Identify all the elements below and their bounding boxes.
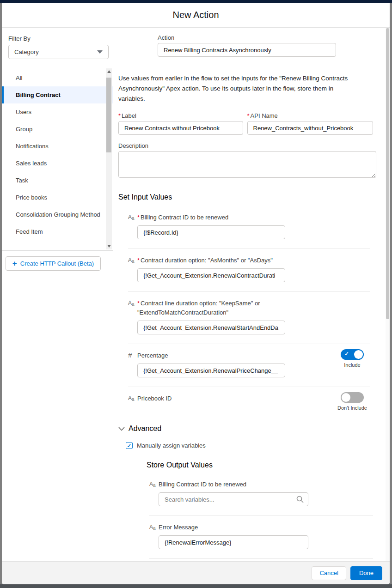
input-row-label: Percentage <box>137 351 336 360</box>
input-row-contract-line-duration: Aa *Contract line duration option: "Keep… <box>128 292 370 344</box>
api-name-input[interactable] <box>247 121 373 135</box>
sidebar-item-consolidation-grouping-method[interactable]: Consolidation Grouping Method <box>2 206 113 223</box>
required-marker: * <box>247 112 250 119</box>
page-title: New Action <box>172 10 219 20</box>
text-type-icon: Aa <box>128 300 136 307</box>
sidebar-scrollbar-thumb[interactable] <box>106 78 111 152</box>
input-row-billing-contract-id: Aa *Billing Contract ID to be renewed <box>128 206 370 249</box>
label-field-label: *Label <box>118 112 243 119</box>
checkbox-checked-icon[interactable]: ✓ <box>126 442 133 449</box>
text-type-icon: Aa <box>128 257 136 264</box>
main-scrollbar-thumb[interactable] <box>386 28 389 319</box>
contract-duration-input[interactable] <box>137 268 285 282</box>
create-http-callout-label: Create HTTP Callout (Beta) <box>20 260 94 267</box>
modal-footer: Cancel Done <box>2 561 390 584</box>
toggle-label: Include <box>335 362 369 368</box>
sidebar-item-notifications[interactable]: Notifications <box>2 138 113 155</box>
action-field-label: Action <box>158 34 336 41</box>
category-dropdown-value: Category <box>14 48 39 55</box>
filter-by-label: Filter By <box>8 35 113 42</box>
text-type-icon: Aa <box>128 395 136 402</box>
sidebar-item-sales-leads[interactable]: Sales leads <box>2 155 113 172</box>
input-row-label: *Billing Contract ID to be renewed <box>137 213 336 222</box>
create-http-callout-button[interactable]: + Create HTTP Callout (Beta) <box>6 256 101 271</box>
include-toggle[interactable]: ✓ <box>341 349 364 360</box>
cancel-button[interactable]: Cancel <box>312 566 346 580</box>
advanced-heading: Advanced <box>129 424 161 433</box>
billing-contract-id-input[interactable] <box>137 225 285 239</box>
sidebar-item-all[interactable]: All <box>2 69 113 86</box>
sidebar-item-billing-contract[interactable]: Billing Contract <box>2 86 113 103</box>
category-filter-dropdown[interactable]: Category <box>8 45 109 59</box>
sidebar-item-task[interactable]: Task <box>2 172 113 189</box>
text-type-icon: Aa <box>149 481 158 488</box>
description-textarea[interactable] <box>118 151 376 178</box>
sidebar-item-group[interactable]: Group <box>2 121 113 138</box>
sidebar-item-users[interactable]: Users <box>2 103 113 121</box>
checkbox-label: Manually assign variables <box>137 442 206 449</box>
search-variables-input[interactable] <box>159 492 308 506</box>
error-message-input[interactable] <box>159 535 308 549</box>
set-input-values-heading: Set Input Values <box>118 193 373 201</box>
dont-include-toggle[interactable] <box>341 392 364 403</box>
output-row-error-message: Aa Error Message <box>149 516 373 559</box>
sidebar-item-price-books[interactable]: Price books <box>2 189 113 206</box>
category-list: All Billing Contract Users Group Notific… <box>2 67 113 251</box>
input-row-label: *Contract line duration option: "KeepSam… <box>137 299 336 317</box>
input-row-percentage: # Percentage ✓ Include <box>128 344 370 387</box>
sidebar-scrollbar[interactable] <box>106 68 112 249</box>
intro-text: Use values from earlier in the flow to s… <box>118 73 360 104</box>
output-row-billing-contract-id: Aa Billing Contract ID to be renewed <box>149 473 373 516</box>
output-row-has-errors: Has Errors <box>149 559 373 561</box>
input-row-label: *Contract duration option: "AsMonths" or… <box>137 256 336 265</box>
output-row-label: Error Message <box>159 523 357 532</box>
category-sidebar: Filter By Category All Billing Contract … <box>2 28 113 561</box>
input-row-pricebook-id: Aa Pricebook ID Don't Include <box>128 387 370 412</box>
input-row-label: Pricebook ID <box>137 394 336 403</box>
scroll-up-icon[interactable] <box>106 68 112 75</box>
browser-bottom-bar <box>0 584 392 588</box>
chevron-down-icon <box>118 427 125 431</box>
plus-icon: + <box>12 260 17 267</box>
action-config-panel: Action Use values from earlier in the fl… <box>113 28 390 561</box>
api-name-field-label: *API Name <box>247 112 373 119</box>
percentage-input[interactable] <box>137 364 285 377</box>
output-row-label: Billing Contract ID to be renewed <box>159 480 357 489</box>
main-scrollbar[interactable] <box>386 28 390 561</box>
text-type-icon: Aa <box>149 524 158 531</box>
toggle-knob <box>354 350 363 359</box>
contract-line-duration-input[interactable] <box>137 321 285 334</box>
manually-assign-variables-row[interactable]: ✓ Manually assign variables <box>126 442 373 449</box>
store-output-values-heading: Store Output Values <box>147 461 373 469</box>
text-type-icon: Aa <box>128 214 136 221</box>
toggle-knob <box>342 393 350 402</box>
toggle-label: Don't Include <box>335 405 369 411</box>
chevron-down-icon <box>97 50 103 54</box>
description-field-label: Description <box>118 142 376 149</box>
check-icon: ✓ <box>344 351 349 357</box>
scroll-down-icon[interactable] <box>106 243 112 249</box>
modal-header: New Action <box>2 3 390 28</box>
new-action-modal: New Action Filter By Category All Billin… <box>2 3 390 584</box>
sidebar-item-feed-item[interactable]: Feed Item <box>2 223 113 240</box>
label-input[interactable] <box>118 121 243 135</box>
number-type-icon: # <box>128 351 136 359</box>
action-input[interactable] <box>158 43 336 57</box>
advanced-section-toggle[interactable]: Advanced <box>118 424 373 433</box>
required-marker: * <box>118 112 121 119</box>
input-row-contract-duration: Aa *Contract duration option: "AsMonths"… <box>128 249 370 292</box>
done-button[interactable]: Done <box>350 566 382 580</box>
search-icon <box>296 496 304 503</box>
